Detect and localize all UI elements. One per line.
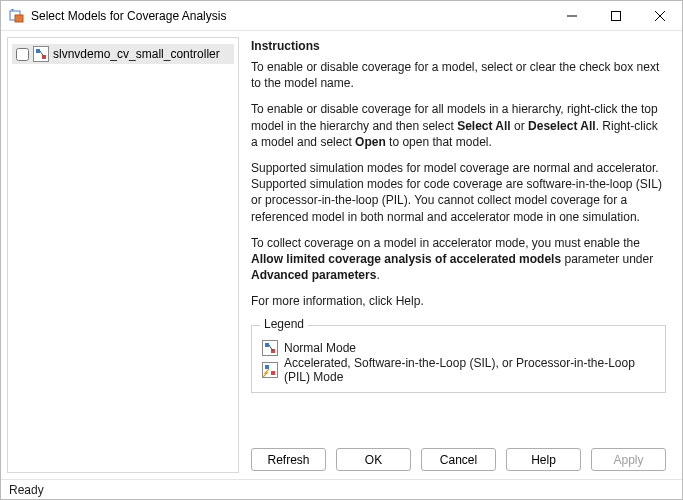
instructions-p2: To enable or disable coverage for all mo… <box>251 101 666 150</box>
ok-button[interactable]: OK <box>336 448 411 471</box>
svg-rect-1 <box>15 15 23 22</box>
content-area: slvnvdemo_cv_small_controller Instructio… <box>1 31 682 479</box>
instructions-p4: To collect coverage on a model in accele… <box>251 235 666 284</box>
button-row: Refresh OK Cancel Help Apply <box>251 434 666 471</box>
svg-rect-7 <box>36 49 40 53</box>
right-pane: Instructions To enable or disable covera… <box>239 31 682 479</box>
refresh-button[interactable]: Refresh <box>251 448 326 471</box>
status-bar: Ready <box>1 479 682 499</box>
window-title: Select Models for Coverage Analysis <box>31 9 226 23</box>
legend-row-accel: Accelerated, Software-in-the-Loop (SIL),… <box>262 360 655 380</box>
svg-rect-15 <box>265 365 269 369</box>
maximize-button[interactable] <box>594 1 638 31</box>
close-button[interactable] <box>638 1 682 31</box>
tree-item[interactable]: slvnvdemo_cv_small_controller <box>12 44 234 64</box>
status-text: Ready <box>9 483 44 497</box>
svg-rect-16 <box>271 371 275 375</box>
model-label: slvnvdemo_cv_small_controller <box>53 47 220 61</box>
svg-rect-6 <box>34 47 49 62</box>
legend-normal-label: Normal Mode <box>284 341 356 355</box>
model-tree-pane: slvnvdemo_cv_small_controller <box>7 37 239 473</box>
svg-rect-10 <box>263 341 278 356</box>
legend-title: Legend <box>260 317 308 331</box>
instructions-p1: To enable or disable coverage for a mode… <box>251 59 666 91</box>
instructions-heading: Instructions <box>251 39 666 53</box>
svg-rect-3 <box>612 11 621 20</box>
cancel-button[interactable]: Cancel <box>421 448 496 471</box>
legend-row-normal: Normal Mode <box>262 338 655 358</box>
model-checkbox[interactable] <box>16 48 29 61</box>
accel-mode-icon <box>262 362 278 378</box>
legend-accel-label: Accelerated, Software-in-the-Loop (SIL),… <box>284 356 655 384</box>
svg-rect-11 <box>265 343 269 347</box>
instructions-p3: Supported simulation modes for model cov… <box>251 160 666 225</box>
model-icon <box>33 46 49 62</box>
instructions-p5: For more information, click Help. <box>251 293 666 309</box>
help-button[interactable]: Help <box>506 448 581 471</box>
normal-mode-icon <box>262 340 278 356</box>
titlebar: Select Models for Coverage Analysis <box>1 1 682 31</box>
apply-button[interactable]: Apply <box>591 448 666 471</box>
minimize-button[interactable] <box>550 1 594 31</box>
legend-box: Legend Normal Mode <box>251 325 666 393</box>
app-icon <box>9 8 25 24</box>
